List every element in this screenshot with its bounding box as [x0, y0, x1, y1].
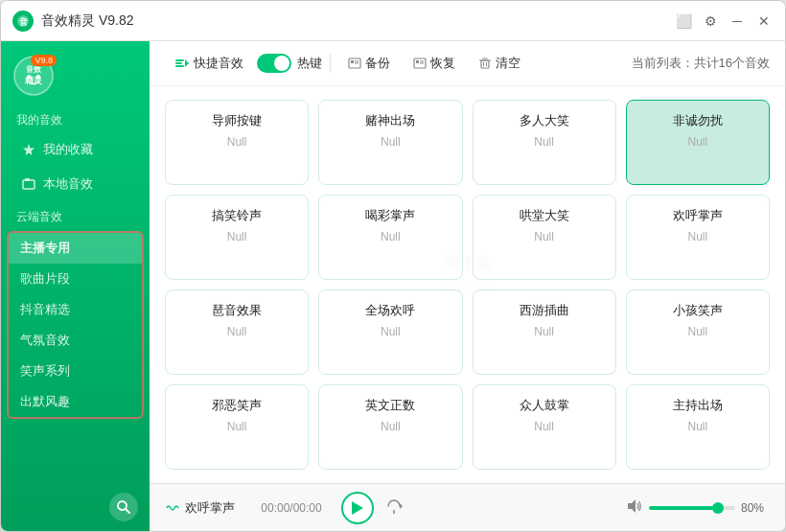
restore-label: 恢复	[430, 55, 455, 72]
sound-name-9: 琶音效果	[212, 302, 262, 319]
sidebar-item-songs[interactable]: 歌曲片段	[9, 264, 142, 294]
svg-marker-30	[628, 499, 636, 513]
sound-card-3[interactable]: 多人大笑 Null	[473, 100, 616, 185]
sidebar-logo: 音效 精灵 V9.8	[1, 41, 150, 106]
sound-null-10: Null	[381, 325, 401, 338]
sound-card-13[interactable]: 邪恶笑声 Null	[165, 384, 309, 470]
player-sound-display: 欢呼掌声	[165, 499, 242, 517]
trash-icon	[478, 57, 492, 70]
player-time: 00:00/00:00	[253, 501, 330, 515]
svg-marker-28	[400, 503, 403, 509]
volume-percent: 80%	[741, 501, 770, 515]
sound-null-2: Null	[381, 135, 401, 149]
sound-name-5: 搞笑铃声	[212, 207, 262, 224]
volume-slider[interactable]	[649, 506, 735, 510]
sound-card-14[interactable]: 英文正数 Null	[318, 384, 462, 470]
sound-null-11: Null	[534, 325, 554, 338]
svg-rect-9	[25, 178, 30, 181]
sound-card-10[interactable]: 全场欢呼 Null	[318, 289, 462, 375]
sound-null-5: Null	[227, 230, 247, 243]
sound-null-7: Null	[534, 230, 554, 243]
toolbar: 快捷音效 热键 备份	[150, 41, 785, 86]
svg-rect-18	[416, 60, 419, 63]
sound-card-2[interactable]: 赌神出场 Null	[318, 100, 462, 185]
sound-card-16[interactable]: 主持出场 Null	[626, 384, 770, 470]
close-button[interactable]: ✕	[754, 12, 774, 31]
loop-icon	[385, 497, 403, 515]
sound-null-8: Null	[688, 230, 708, 243]
logo-icon: 音效 精灵 V9.8	[12, 55, 55, 97]
sidebar-item-local[interactable]: 本地音效	[7, 168, 144, 200]
humor-label: 出默风趣	[20, 393, 70, 410]
sound-null-3: Null	[534, 135, 554, 149]
play-button[interactable]	[341, 492, 374, 524]
quick-sfx-button[interactable]: 快捷音效	[165, 51, 253, 76]
minimize-button[interactable]: ─	[728, 12, 747, 31]
sound-card-5[interactable]: 搞笑铃声 Null	[165, 195, 309, 280]
sidebar-item-broadcaster[interactable]: 主播专用	[9, 233, 142, 264]
sound-card-6[interactable]: 喝彩掌声 Null	[318, 195, 462, 280]
sound-name-12: 小孩笑声	[673, 302, 723, 319]
sidebar-item-humor[interactable]: 出默风趣	[9, 386, 142, 417]
svg-rect-21	[481, 60, 489, 68]
svg-point-6	[36, 75, 40, 79]
sound-name-11: 西游插曲	[520, 302, 569, 319]
sidebar-item-laughs[interactable]: 笑声系列	[9, 356, 142, 386]
sound-name-14: 英文正数	[365, 397, 415, 414]
sound-null-13: Null	[227, 420, 247, 433]
sidebar-item-atmosphere[interactable]: 气氛音效	[9, 325, 142, 356]
sound-card-9[interactable]: 琶音效果 Null	[165, 289, 309, 375]
restore-button[interactable]: ⬜	[674, 12, 693, 31]
toggle-track[interactable]	[257, 54, 291, 73]
laughs-label: 笑声系列	[20, 362, 70, 380]
broadcaster-label: 主播专用	[20, 240, 70, 257]
sound-name-4: 非诚勿扰	[673, 112, 723, 129]
search-icon	[116, 499, 131, 515]
backup-icon	[348, 57, 361, 70]
cloud-items-list: 主播专用 歌曲片段 抖音精选 气氛音效 笑声系列 出默风趣	[7, 231, 144, 419]
speaker-icon	[626, 497, 643, 515]
sidebar-item-douyin[interactable]: 抖音精选	[9, 294, 142, 325]
sound-null-9: Null	[227, 325, 247, 338]
clear-button[interactable]: 清空	[469, 51, 530, 76]
sound-null-1: Null	[227, 135, 247, 149]
my-audio-section-title: 我的音效	[1, 106, 150, 132]
loop-button[interactable]	[385, 497, 403, 519]
play-icon	[352, 501, 363, 515]
sound-wave-icon	[165, 500, 180, 516]
quick-sfx-icon	[174, 56, 190, 71]
sound-grid: 资下载 anxz.com 导师按键 Null 赌神出场 Null 多人大笑 Nu…	[150, 86, 785, 483]
restore-btn[interactable]: 恢复	[404, 51, 465, 76]
search-button[interactable]	[109, 493, 138, 521]
svg-marker-27	[352, 501, 363, 515]
sound-null-12: Null	[688, 325, 708, 338]
sound-card-11[interactable]: 西游插曲 Null	[473, 289, 616, 375]
favorites-label: 我的收藏	[43, 141, 93, 158]
sound-card-8[interactable]: 欢呼掌声 Null	[626, 195, 770, 280]
sound-card-15[interactable]: 众人鼓掌 Null	[473, 384, 616, 470]
sound-card-1[interactable]: 导师按键 Null	[165, 100, 309, 185]
current-sound-name: 欢呼掌声	[185, 499, 235, 517]
sound-null-14: Null	[381, 420, 401, 433]
sound-card-4[interactable]: 非诚勿扰 Null	[626, 100, 770, 185]
svg-point-5	[27, 75, 31, 79]
sound-card-7[interactable]: 哄堂大笑 Null	[473, 195, 616, 280]
sound-card-12[interactable]: 小孩笑声 Null	[626, 289, 770, 375]
atmosphere-label: 气氛音效	[20, 332, 70, 349]
separator-1	[330, 54, 331, 73]
backup-button[interactable]: 备份	[338, 51, 400, 76]
hotkey-toggle[interactable]: 热键	[257, 54, 322, 73]
svg-rect-8	[23, 180, 35, 189]
sound-name-13: 邪恶笑声	[212, 397, 262, 414]
hotkey-label: 热键	[297, 55, 322, 72]
sidebar-item-favorites[interactable]: 我的收藏	[7, 133, 144, 166]
toggle-thumb	[274, 56, 289, 71]
sound-name-2: 赌神出场	[365, 112, 415, 129]
app-window: 音 音效精灵 V9.82 ⬜ ⚙ ─ ✕ 音效 精灵	[0, 0, 786, 532]
sound-name-3: 多人大笑	[520, 112, 569, 129]
settings-button[interactable]: ⚙	[701, 12, 720, 31]
sound-name-10: 全场欢呼	[365, 302, 415, 319]
sound-null-15: Null	[534, 420, 554, 433]
content-area: 快捷音效 热键 备份	[150, 41, 785, 531]
songs-label: 歌曲片段	[20, 270, 70, 288]
